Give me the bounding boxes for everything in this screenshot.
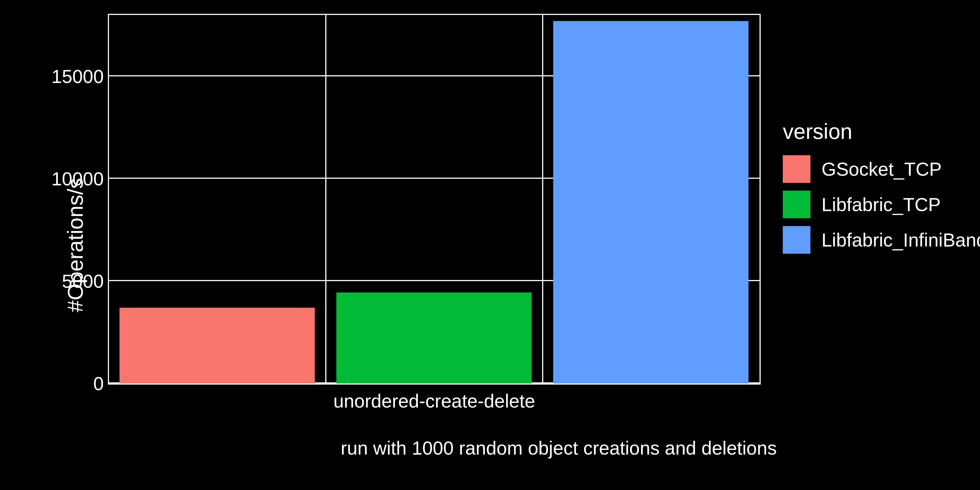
legend-label: GSocket_TCP	[821, 158, 942, 180]
x-axis-label: run with 1000 random object creations an…	[341, 437, 777, 459]
bar-gsocket-tcp	[119, 308, 315, 383]
legend-item: GSocket_TCP	[783, 155, 980, 183]
panel-divider	[325, 15, 326, 383]
y-axis-label: #Operations/s	[63, 178, 88, 312]
legend-label: Libfabric_TCP	[821, 194, 941, 215]
chart-figure: #Operations/s 0 5000 10000 15000 unorder…	[0, 0, 980, 490]
panel-divider	[542, 15, 543, 383]
plot-area	[108, 14, 760, 385]
x-tick-label: unordered-create-delete	[333, 390, 535, 412]
y-tick-0: 0	[93, 373, 104, 394]
legend-label: Libfabric_InfiniBand	[821, 229, 980, 251]
legend: version GSocket_TCP Libfabric_TCP Libfab…	[783, 119, 980, 261]
bar-libfabric-tcp	[336, 293, 531, 383]
legend-key-libfabric-tcp	[783, 191, 810, 218]
bar-libfabric-infiniband	[553, 21, 748, 383]
legend-item: Libfabric_InfiniBand	[783, 226, 980, 254]
legend-key-libfabric-infiniband	[783, 226, 810, 254]
legend-key-gsocket-tcp	[783, 155, 810, 183]
y-tick-5000: 5000	[62, 270, 104, 292]
legend-title: version	[783, 119, 980, 144]
y-tick-10000: 10000	[51, 168, 104, 189]
y-tick-15000: 15000	[51, 65, 104, 87]
legend-item: Libfabric_TCP	[783, 191, 980, 218]
